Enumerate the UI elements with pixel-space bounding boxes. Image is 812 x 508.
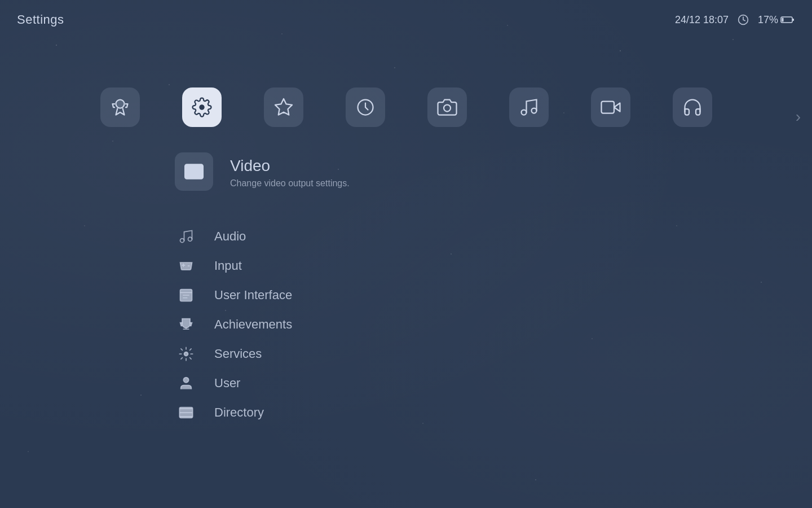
audio-icon [178, 229, 194, 244]
gamepad-icon [178, 258, 194, 274]
nav-icon-bg-headset [673, 87, 712, 127]
nav-item-settings[interactable] [161, 87, 242, 127]
nav-icon-bg-favorites [264, 87, 303, 127]
header-right: 24/12 18:07 17% [675, 14, 795, 26]
camera-icon [437, 97, 457, 117]
menu-item-achievements[interactable]: Achievements [175, 310, 812, 339]
star-icon [273, 97, 294, 117]
svg-marker-11 [614, 103, 620, 112]
battery-display: 17% [758, 14, 795, 26]
nav-item-video-player[interactable] [570, 87, 651, 127]
settings-icon [192, 97, 212, 117]
user-icon [178, 375, 194, 391]
selected-item-text: Video Change video output settings. [230, 152, 350, 189]
nav-item-headset[interactable] [651, 87, 733, 127]
directory-icon [178, 405, 194, 421]
ui-icon-wrapper [175, 287, 197, 303]
input-label: Input [214, 259, 242, 273]
selected-item-description: Change video output settings. [230, 178, 350, 189]
battery-percent: 17% [758, 14, 778, 26]
history-icon [355, 97, 376, 117]
achievements-icon [110, 97, 130, 117]
svg-point-8 [444, 105, 451, 112]
svg-rect-3 [792, 19, 794, 21]
directory-label: Directory [214, 405, 264, 420]
services-icon [178, 346, 194, 362]
svg-point-10 [531, 108, 536, 113]
svg-point-21 [180, 239, 184, 243]
music-icon [519, 97, 539, 117]
svg-rect-2 [782, 18, 784, 22]
header: Settings 24/12 18:07 17% [0, 0, 812, 40]
nav-item-achievements[interactable] [79, 87, 161, 127]
nav-icon-bg-settings [182, 87, 222, 127]
nav-item-favorites[interactable] [242, 87, 324, 127]
selected-menu-item[interactable]: Video Change video output settings. [175, 152, 812, 191]
svg-rect-29 [179, 408, 192, 418]
menu-item-audio[interactable]: Audio [175, 222, 812, 251]
settings-menu-list: Audio Input User Interface [175, 222, 812, 427]
user-label: User [214, 376, 240, 391]
nav-item-history[interactable] [324, 87, 406, 127]
menu-item-user-interface[interactable]: User Interface [175, 281, 812, 310]
video-camera-icon [601, 97, 621, 117]
main-content: Video Change video output settings. Audi… [175, 152, 812, 508]
page-title: Settings [17, 12, 64, 27]
user-icon-wrapper [175, 375, 197, 391]
achievements-icon-wrapper [175, 317, 197, 332]
user-interface-label: User Interface [214, 288, 292, 303]
directory-icon-wrapper [175, 405, 197, 421]
nav-right-arrow[interactable]: › [796, 108, 801, 126]
trophy-icon [178, 317, 194, 332]
headset-icon [682, 97, 703, 117]
menu-item-user[interactable]: User [175, 369, 812, 398]
svg-rect-12 [601, 102, 614, 113]
nav-icon-bg-music [509, 87, 549, 127]
clock-icon [738, 14, 749, 25]
svg-point-4 [116, 100, 124, 108]
nav-item-music[interactable] [488, 87, 570, 127]
ui-icon [178, 287, 194, 303]
nav-icon-bg-history [346, 87, 385, 127]
video-settings-icon [175, 152, 213, 191]
nav-item-screenshot[interactable] [406, 87, 488, 127]
svg-marker-6 [275, 99, 292, 115]
selected-item-title: Video [230, 157, 350, 175]
svg-point-22 [188, 237, 192, 241]
achievements-label: Achievements [214, 317, 292, 332]
battery-icon [780, 16, 795, 24]
audio-icon-wrapper [175, 229, 197, 244]
svg-point-27 [184, 352, 188, 356]
top-nav [0, 87, 812, 127]
svg-point-9 [521, 110, 526, 115]
input-icon-wrapper [175, 258, 197, 274]
nav-icon-bg-screenshot [427, 87, 467, 127]
nav-icon-bg-achievements [100, 87, 140, 127]
audio-label: Audio [214, 229, 246, 244]
nav-icon-bg-video [591, 87, 630, 127]
menu-item-input[interactable]: Input [175, 251, 812, 281]
services-icon-wrapper [175, 346, 197, 362]
svg-point-5 [199, 105, 204, 110]
video-film-icon [183, 161, 205, 182]
services-label: Services [214, 347, 262, 361]
menu-item-directory[interactable]: Directory [175, 398, 812, 427]
datetime-display: 24/12 18:07 [675, 14, 729, 26]
menu-item-services[interactable]: Services [175, 339, 812, 369]
svg-point-28 [183, 378, 188, 383]
